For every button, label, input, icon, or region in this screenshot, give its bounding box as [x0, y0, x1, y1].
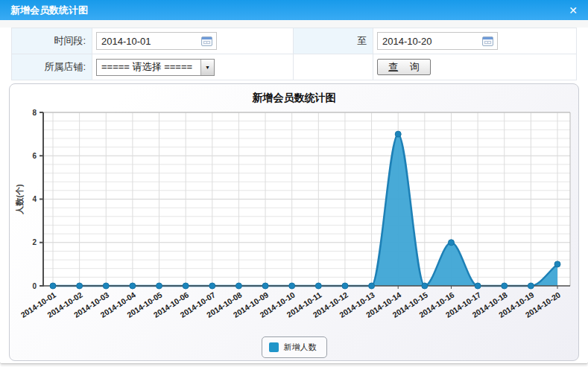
legend-label: 新增人数: [284, 342, 317, 353]
shop-select-value: ===== 请选择 =====: [97, 60, 192, 74]
period-label-cell: 时间段:: [12, 28, 92, 54]
calendar-icon[interactable]: [201, 36, 212, 46]
start-date-cell: [92, 28, 294, 54]
shop-select[interactable]: ===== 请选择 ===== ▼: [96, 59, 215, 76]
calendar-icon[interactable]: [482, 36, 493, 46]
shop-label: 所属店铺:: [44, 60, 86, 74]
end-date-cell: [373, 28, 577, 54]
query-button-label: 查 询: [388, 60, 420, 74]
svg-text:6: 6: [32, 152, 37, 160]
end-date-box: [377, 32, 498, 50]
chart-legend: 新增人数: [262, 336, 327, 358]
end-date-input[interactable]: [378, 33, 467, 48]
filter-form: 时间段: 至 所属店铺: ===== 请选择 ===== ▼: [11, 28, 577, 80]
chart-panel: 新增会员数统计图 02468人数(个)2014-10-012014-10-022…: [9, 83, 579, 361]
period-label: 时间段:: [54, 34, 86, 48]
svg-text:8: 8: [32, 109, 37, 117]
statistics-dialog: 新增会员数统计图 ✕ 时间段: 至 所属店铺: ===== 请选: [0, 0, 588, 364]
to-label-cell: 至: [294, 28, 373, 54]
close-icon[interactable]: ✕: [569, 5, 578, 16]
dialog-title: 新增会员数统计图: [10, 4, 88, 17]
shop-select-cell: ===== 请选择 ===== ▼: [92, 54, 294, 80]
start-date-input[interactable]: [97, 33, 186, 48]
svg-text:2: 2: [32, 238, 37, 246]
dialog-titlebar: 新增会员数统计图 ✕: [0, 0, 588, 20]
titlebar-gap: [0, 20, 588, 28]
legend-swatch: [269, 342, 279, 352]
start-date-box: [96, 32, 217, 50]
shop-label-cell: 所属店铺:: [12, 54, 92, 80]
svg-text:人数(个): 人数(个): [15, 184, 25, 215]
empty-cell: [294, 54, 373, 80]
svg-text:4: 4: [32, 195, 37, 203]
query-cell: 查 询: [373, 54, 577, 80]
area-chart: 02468人数(个)2014-10-012014-10-022014-10-03…: [10, 84, 580, 362]
to-label: 至: [357, 34, 367, 48]
svg-text:0: 0: [32, 282, 37, 290]
query-button[interactable]: 查 询: [377, 59, 431, 75]
dropdown-arrow-icon[interactable]: ▼: [200, 60, 214, 75]
